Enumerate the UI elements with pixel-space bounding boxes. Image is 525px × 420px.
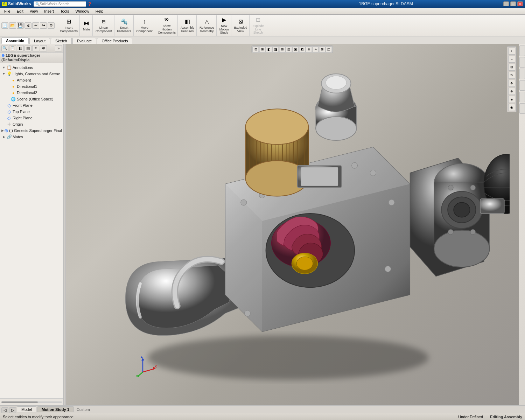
vp-btn-10[interactable]: ∿ [313, 47, 319, 52]
tree-item-lights[interactable]: ▼ 💡 Lights, Cameras and Scene [1, 71, 63, 77]
panel-btn-config[interactable]: ▤ [24, 45, 31, 51]
tree-item-ambient[interactable]: ● Ambient [1, 77, 63, 83]
bottom-tab-model[interactable]: Model [17, 406, 36, 412]
open-btn[interactable]: 📂 [9, 22, 16, 29]
vp-btn-9[interactable]: ⊕ [306, 47, 312, 52]
vp-btn-6[interactable]: ▤ [286, 47, 292, 52]
help-icon[interactable]: ❓ [88, 2, 92, 6]
tab-office-products[interactable]: Office Products [97, 38, 132, 44]
viewport-3d[interactable]: ⊡ ⊞ ◧ ◨ ⊟ ▤ ▣ ◩ ⊕ ∿ ⊠ ◫ [66, 44, 519, 405]
tool-smart-fasteners[interactable]: 🔩 SmartFasteners [115, 15, 134, 36]
search-box[interactable]: 🔍 [34, 1, 86, 7]
tool-explode-line[interactable]: ⊡ ExplodeLineSketch [250, 15, 266, 36]
tab-assemble[interactable]: Assemble [1, 37, 29, 44]
tool-mate[interactable]: ⧓ Mate [80, 15, 93, 36]
right-panel-btn-4[interactable] [519, 80, 525, 91]
right-panel-btn-2[interactable] [519, 57, 525, 68]
menu-help[interactable]: Help [93, 8, 106, 14]
menu-insert[interactable]: Insert [41, 8, 57, 14]
right-plane-label: Right Plane [13, 116, 33, 120]
annotations-expand[interactable]: ▼ [1, 65, 6, 70]
tree-item-directional2[interactable]: ● Directional2 [1, 90, 63, 96]
tree-item-right-plane[interactable]: ◇ Right Plane [1, 115, 63, 121]
vp-btn-1[interactable]: ⊡ [253, 47, 259, 52]
tool-show-hidden[interactable]: 👁 ShowHiddenComponents [156, 15, 178, 36]
right-panel-btn-3[interactable] [519, 69, 525, 79]
menu-edit[interactable]: Edit [14, 8, 26, 14]
tree-item-mates[interactable]: ▶ 🔗 Mates [1, 134, 63, 140]
vp-btn-8[interactable]: ◩ [299, 47, 306, 52]
panel-btn-add[interactable]: ⊕ [40, 45, 47, 51]
menu-tools[interactable]: Tools [57, 8, 72, 14]
tool-exploded-view[interactable]: ⊠ ExplodedView [232, 15, 250, 36]
fit-view-btn[interactable]: ⊡ [508, 64, 515, 71]
vp-btn-4[interactable]: ◨ [273, 47, 279, 52]
tab-evaluate[interactable]: Evaluate [72, 38, 97, 44]
tree-item-top-plane[interactable]: ◇ Top Plane [1, 108, 63, 115]
bottom-nav-prev[interactable]: ◁ [1, 407, 8, 413]
svg-text:X: X [155, 365, 157, 368]
new-btn[interactable]: 📄 [1, 22, 8, 29]
tool-new-motion-study[interactable]: ▶ NewMotionStudy [217, 15, 231, 36]
appearance-btn[interactable]: ◈ [508, 96, 515, 103]
vp-btn-3[interactable]: ◧ [266, 47, 272, 52]
panel-btn-dim[interactable]: ✦ [32, 45, 39, 51]
tree-item-front-plane[interactable]: ◇ Front Plane [1, 102, 63, 108]
bottom-tab-motion-study[interactable]: Motion Study 1 [37, 406, 74, 412]
redo-btn[interactable]: ↪ [40, 22, 47, 29]
pan-btn[interactable]: ✥ [508, 80, 515, 87]
bottom-custom-label[interactable]: Custom [75, 407, 92, 412]
print-btn[interactable]: 🖨 [24, 22, 31, 29]
vp-btn-2[interactable]: ⊞ [259, 47, 266, 52]
svg-line-50 [138, 372, 143, 377]
tree-item-scene[interactable]: 🌐 Scene (Office Space) [1, 96, 63, 102]
restore-button[interactable]: □ [510, 1, 516, 6]
menu-file[interactable]: File [1, 8, 13, 14]
tree-item-annotations[interactable]: ▼ 📋 Annotations [1, 64, 63, 71]
vp-btn-11[interactable]: ⊠ [319, 47, 326, 52]
options-btn[interactable]: ⚙ [48, 22, 55, 29]
tool-linear-component[interactable]: ⊟ LinearComponent [93, 15, 114, 36]
search-input[interactable] [40, 2, 82, 6]
bottom-nav-next[interactable]: ▷ [9, 407, 16, 413]
exploded-view-label: ExplodedView [234, 26, 247, 33]
right-panel-btn-1[interactable] [519, 46, 525, 56]
tab-sketch[interactable]: Sketch [51, 38, 72, 44]
genesis-expand[interactable]: ▶ [1, 128, 4, 133]
close-button[interactable]: ✕ [517, 1, 523, 6]
mates-expand[interactable]: ▶ [1, 134, 6, 139]
app-name: SolidWorks [8, 1, 31, 6]
section-btn[interactable]: ⊘ [508, 88, 515, 95]
scene-label: Scene (Office Space) [17, 97, 53, 101]
panel-btn-feature-tree[interactable]: 📋 [9, 45, 16, 51]
lights-expand[interactable]: ▼ [1, 71, 6, 76]
tree-item-directional1[interactable]: ● Directional1 [1, 83, 63, 90]
vp-btn-5[interactable]: ⊟ [279, 47, 286, 52]
tool-reference-geometry[interactable]: △ ReferenceGeometry [197, 15, 217, 36]
vp-btn-7[interactable]: ▣ [293, 47, 299, 52]
panel-expand-btn[interactable]: » [55, 45, 62, 51]
menu-window[interactable]: Window [73, 8, 92, 14]
tree-item-origin[interactable]: ✛ Origin [1, 121, 63, 127]
undo-btn[interactable]: ↩ [32, 22, 39, 29]
vp-btn-12[interactable]: ◫ [326, 47, 332, 52]
tool-move-component[interactable]: ↕ MoveComponent [134, 15, 155, 36]
minimize-button[interactable]: – [503, 1, 509, 6]
right-panel-btn-5[interactable] [519, 92, 525, 102]
panel-btn-search[interactable]: 🔍 [1, 45, 8, 51]
render-btn[interactable]: ◉ [508, 104, 515, 111]
tree-item-genesis[interactable]: ▶ ⊕ (-) Genesis Supercharger Final [1, 127, 63, 134]
rotate-btn[interactable]: ↻ [508, 72, 515, 79]
menu-view[interactable]: View [27, 8, 41, 14]
save-btn[interactable]: 💾 [17, 22, 24, 29]
tool-insert-components[interactable]: ⊞ Insert Components [58, 15, 80, 36]
linear-component-label: LinearComponent [96, 26, 112, 33]
origin-expand [1, 122, 6, 127]
right-panel-btn-6[interactable] [519, 103, 525, 114]
zoom-in-btn[interactable]: + [508, 48, 515, 55]
dir2-expand [6, 90, 10, 95]
panel-btn-property[interactable]: ◧ [17, 45, 24, 51]
zoom-out-btn[interactable]: – [508, 56, 515, 63]
tool-assembly-features[interactable]: ◧ AssemblyFeatures [178, 15, 197, 36]
tab-layout[interactable]: Layout [29, 38, 50, 44]
